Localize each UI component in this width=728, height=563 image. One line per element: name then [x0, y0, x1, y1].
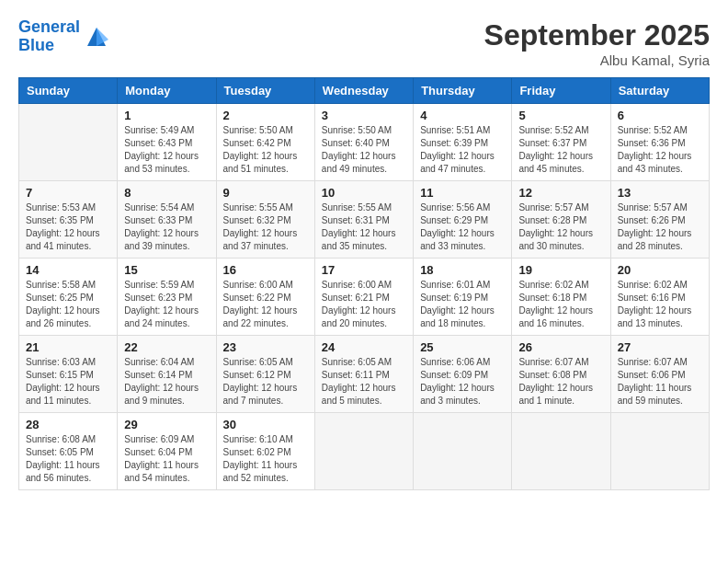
calendar-cell: 27Sunrise: 6:07 AM Sunset: 6:06 PM Dayli… [610, 336, 709, 413]
day-number: 2 [223, 109, 308, 122]
day-info: Sunrise: 6:09 AM Sunset: 6:04 PM Dayligh… [124, 433, 209, 485]
calendar-cell [610, 413, 709, 490]
day-number: 18 [420, 263, 505, 277]
day-info: Sunrise: 5:57 AM Sunset: 6:28 PM Dayligh… [518, 201, 603, 253]
day-number: 20 [618, 263, 702, 277]
calendar-cell: 20Sunrise: 6:02 AM Sunset: 6:16 PM Dayli… [610, 259, 709, 336]
calendar-week-row: 21Sunrise: 6:03 AM Sunset: 6:15 PM Dayli… [19, 336, 710, 413]
day-info: Sunrise: 6:05 AM Sunset: 6:12 PM Dayligh… [223, 356, 308, 408]
calendar-cell: 30Sunrise: 6:10 AM Sunset: 6:02 PM Dayli… [216, 413, 314, 490]
calendar-cell [314, 413, 413, 490]
weekday-header: Monday [118, 78, 216, 104]
day-number: 27 [618, 340, 702, 354]
calendar-header: SundayMondayTuesdayWednesdayThursdayFrid… [19, 78, 710, 104]
calendar-cell [512, 413, 610, 490]
logo-general: General [18, 17, 80, 36]
weekday-header: Wednesday [314, 78, 413, 104]
calendar-cell: 1Sunrise: 5:49 AM Sunset: 6:43 PM Daylig… [118, 104, 216, 181]
day-info: Sunrise: 5:50 AM Sunset: 6:42 PM Dayligh… [223, 124, 308, 176]
day-info: Sunrise: 6:07 AM Sunset: 6:08 PM Dayligh… [518, 356, 603, 408]
logo: General Blue [18, 18, 110, 55]
calendar-cell: 21Sunrise: 6:03 AM Sunset: 6:15 PM Dayli… [19, 336, 118, 413]
weekday-header: Friday [512, 78, 610, 104]
calendar-cell [19, 104, 118, 181]
weekday-header: Sunday [19, 78, 118, 104]
calendar-cell: 5Sunrise: 5:52 AM Sunset: 6:37 PM Daylig… [512, 104, 610, 181]
calendar-week-row: 14Sunrise: 5:58 AM Sunset: 6:25 PM Dayli… [19, 259, 710, 336]
day-info: Sunrise: 5:50 AM Sunset: 6:40 PM Dayligh… [322, 124, 406, 176]
calendar-cell: 22Sunrise: 6:04 AM Sunset: 6:14 PM Dayli… [118, 336, 216, 413]
calendar-cell: 15Sunrise: 5:59 AM Sunset: 6:23 PM Dayli… [118, 259, 216, 336]
calendar-cell: 18Sunrise: 6:01 AM Sunset: 6:19 PM Dayli… [414, 259, 512, 336]
day-number: 12 [518, 186, 603, 200]
day-info: Sunrise: 5:52 AM Sunset: 6:36 PM Dayligh… [618, 124, 702, 176]
day-number: 8 [124, 186, 209, 200]
calendar-cell: 10Sunrise: 5:55 AM Sunset: 6:31 PM Dayli… [314, 181, 413, 259]
day-info: Sunrise: 6:06 AM Sunset: 6:09 PM Dayligh… [420, 356, 505, 408]
page-header: General Blue September 2025 Albu Kamal, … [18, 18, 710, 68]
calendar-cell: 28Sunrise: 6:08 AM Sunset: 6:05 PM Dayli… [19, 413, 118, 490]
calendar-cell: 24Sunrise: 6:05 AM Sunset: 6:11 PM Dayli… [314, 336, 413, 413]
day-info: Sunrise: 5:55 AM Sunset: 6:32 PM Dayligh… [223, 201, 308, 253]
day-number: 4 [420, 109, 505, 122]
title-block: September 2025 Albu Kamal, Syria [484, 18, 710, 68]
day-number: 15 [124, 263, 209, 277]
day-info: Sunrise: 6:08 AM Sunset: 6:05 PM Dayligh… [26, 433, 110, 485]
day-number: 1 [124, 109, 209, 122]
calendar-cell: 2Sunrise: 5:50 AM Sunset: 6:42 PM Daylig… [216, 104, 314, 181]
day-number: 19 [518, 263, 603, 277]
day-info: Sunrise: 6:00 AM Sunset: 6:22 PM Dayligh… [223, 279, 308, 330]
calendar-cell: 17Sunrise: 6:00 AM Sunset: 6:21 PM Dayli… [314, 259, 413, 336]
day-info: Sunrise: 5:56 AM Sunset: 6:29 PM Dayligh… [420, 201, 505, 253]
calendar-cell: 25Sunrise: 6:06 AM Sunset: 6:09 PM Dayli… [414, 336, 512, 413]
day-number: 26 [518, 340, 603, 354]
day-number: 13 [618, 186, 702, 200]
logo-blue: Blue [18, 36, 54, 54]
day-number: 23 [223, 340, 308, 354]
calendar-cell: 9Sunrise: 5:55 AM Sunset: 6:32 PM Daylig… [216, 181, 314, 259]
calendar-cell: 14Sunrise: 5:58 AM Sunset: 6:25 PM Dayli… [19, 259, 118, 336]
day-info: Sunrise: 6:10 AM Sunset: 6:02 PM Dayligh… [223, 433, 308, 485]
calendar-cell [414, 413, 512, 490]
day-number: 22 [124, 340, 209, 354]
calendar-cell: 11Sunrise: 5:56 AM Sunset: 6:29 PM Dayli… [414, 181, 512, 259]
day-number: 30 [223, 418, 308, 431]
day-number: 21 [26, 340, 110, 354]
day-info: Sunrise: 5:54 AM Sunset: 6:33 PM Dayligh… [124, 201, 209, 253]
calendar-table: SundayMondayTuesdayWednesdayThursdayFrid… [18, 77, 710, 490]
day-number: 24 [322, 340, 406, 354]
logo-icon [83, 23, 110, 51]
day-info: Sunrise: 5:53 AM Sunset: 6:35 PM Dayligh… [26, 201, 110, 253]
calendar-cell: 7Sunrise: 5:53 AM Sunset: 6:35 PM Daylig… [19, 181, 118, 259]
day-info: Sunrise: 6:04 AM Sunset: 6:14 PM Dayligh… [124, 356, 209, 408]
month-title: September 2025 [484, 18, 710, 52]
calendar-cell: 12Sunrise: 5:57 AM Sunset: 6:28 PM Dayli… [512, 181, 610, 259]
calendar-cell: 23Sunrise: 6:05 AM Sunset: 6:12 PM Dayli… [216, 336, 314, 413]
weekday-header: Thursday [414, 78, 512, 104]
day-number: 16 [223, 263, 308, 277]
day-info: Sunrise: 6:02 AM Sunset: 6:18 PM Dayligh… [518, 279, 603, 330]
calendar-cell: 3Sunrise: 5:50 AM Sunset: 6:40 PM Daylig… [314, 104, 413, 181]
day-info: Sunrise: 5:51 AM Sunset: 6:39 PM Dayligh… [420, 124, 505, 176]
day-info: Sunrise: 5:55 AM Sunset: 6:31 PM Dayligh… [322, 201, 406, 253]
day-info: Sunrise: 5:52 AM Sunset: 6:37 PM Dayligh… [518, 124, 603, 176]
day-info: Sunrise: 6:05 AM Sunset: 6:11 PM Dayligh… [322, 356, 406, 408]
day-number: 6 [618, 109, 702, 122]
day-info: Sunrise: 5:59 AM Sunset: 6:23 PM Dayligh… [124, 279, 209, 330]
day-info: Sunrise: 6:00 AM Sunset: 6:21 PM Dayligh… [322, 279, 406, 330]
calendar-cell: 16Sunrise: 6:00 AM Sunset: 6:22 PM Dayli… [216, 259, 314, 336]
calendar-body: 1Sunrise: 5:49 AM Sunset: 6:43 PM Daylig… [19, 104, 710, 490]
calendar-cell: 4Sunrise: 5:51 AM Sunset: 6:39 PM Daylig… [414, 104, 512, 181]
calendar-week-row: 1Sunrise: 5:49 AM Sunset: 6:43 PM Daylig… [19, 104, 710, 181]
day-info: Sunrise: 6:07 AM Sunset: 6:06 PM Dayligh… [618, 356, 702, 408]
calendar-cell: 29Sunrise: 6:09 AM Sunset: 6:04 PM Dayli… [118, 413, 216, 490]
calendar-cell: 26Sunrise: 6:07 AM Sunset: 6:08 PM Dayli… [512, 336, 610, 413]
calendar-week-row: 7Sunrise: 5:53 AM Sunset: 6:35 PM Daylig… [19, 181, 710, 259]
weekday-header: Tuesday [216, 78, 314, 104]
day-info: Sunrise: 5:57 AM Sunset: 6:26 PM Dayligh… [618, 201, 702, 253]
day-number: 3 [322, 109, 406, 122]
day-number: 5 [518, 109, 603, 122]
day-number: 11 [420, 186, 505, 200]
day-info: Sunrise: 6:03 AM Sunset: 6:15 PM Dayligh… [26, 356, 110, 408]
weekday-row: SundayMondayTuesdayWednesdayThursdayFrid… [19, 78, 710, 104]
